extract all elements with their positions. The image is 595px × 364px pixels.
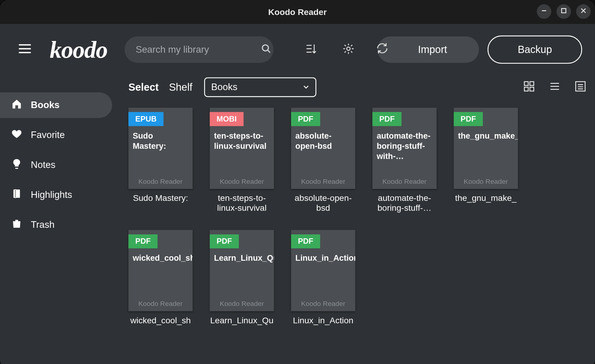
- book-cover[interactable]: PDFwicked_cool_shell_scriptsKoodo Reader: [128, 230, 192, 311]
- format-badge: PDF: [372, 112, 401, 126]
- book-cover[interactable]: EPUBSudo Mastery:Koodo Reader: [128, 108, 192, 189]
- search-box[interactable]: [125, 36, 274, 63]
- book-cover[interactable]: PDFLinux_in_ActionKoodo Reader: [291, 230, 355, 311]
- book-cover[interactable]: PDFabsolute-open-bsdKoodo Reader: [291, 108, 355, 189]
- sidebar-item-notes[interactable]: Notes: [0, 152, 112, 178]
- list-icon: [549, 86, 561, 93]
- search-input[interactable]: [135, 44, 254, 56]
- book-cover[interactable]: PDFthe_gnu_make_bookKoodo Reader: [454, 108, 518, 189]
- maximize-icon: [560, 7, 567, 16]
- minimize-button[interactable]: [537, 4, 552, 19]
- cover-footer: Koodo Reader: [372, 178, 436, 186]
- notes-icon: [11, 158, 22, 172]
- format-badge: EPUB: [128, 112, 163, 126]
- shelf-select[interactable]: Books: [204, 77, 317, 97]
- book-item: PDFthe_gnu_make_bookKoodo Readerthe_gnu_…: [454, 108, 518, 213]
- import-button[interactable]: Import: [378, 36, 479, 63]
- book-grid: EPUBSudo Mastery:Koodo ReaderSudo Master…: [128, 108, 586, 325]
- book-item: PDFLinux_in_ActionKoodo ReaderLinux_in_A…: [291, 230, 355, 325]
- close-icon: [580, 7, 587, 16]
- book-cover[interactable]: PDFautomate-the-boring-stuff-with-…Koodo…: [372, 108, 436, 189]
- sidebar: BooksFavoriteNotesHighlightsTrash: [0, 75, 120, 364]
- cover-footer: Koodo Reader: [291, 178, 355, 186]
- sidebar-item-books[interactable]: Books: [0, 92, 112, 118]
- book-item: PDFLearn_Linux_Quickly_handbookKoodo Rea…: [210, 230, 274, 325]
- sidebar-item-favorite[interactable]: Favorite: [0, 122, 112, 148]
- book-item: MOBIten-steps-to-linux-survivalKoodo Rea…: [210, 108, 274, 213]
- shelf-value: Books: [211, 82, 237, 93]
- sort-button[interactable]: [303, 42, 319, 57]
- svg-rect-16: [15, 189, 16, 198]
- minimize-icon: [541, 7, 548, 16]
- select-button[interactable]: Select: [128, 81, 159, 93]
- book-caption: the_gnu_make_: [454, 193, 518, 203]
- format-badge: PDF: [291, 234, 320, 248]
- toolbar: Select Shelf Books: [128, 75, 586, 99]
- svg-rect-19: [524, 87, 528, 91]
- shelf-label: Shelf: [169, 81, 192, 93]
- view-grid-button[interactable]: [523, 80, 535, 94]
- format-badge: PDF: [128, 234, 157, 248]
- sync-icon: [375, 41, 390, 58]
- cover-footer: Koodo Reader: [210, 300, 274, 308]
- book-caption: automate-the-boring-stuff-…: [372, 193, 436, 213]
- view-detail-button[interactable]: [574, 80, 586, 94]
- cover-footer: Koodo Reader: [291, 300, 355, 308]
- cover-footer: Koodo Reader: [128, 300, 192, 308]
- maximize-button[interactable]: [556, 4, 571, 19]
- backup-button[interactable]: Backup: [488, 36, 582, 64]
- app-body: koodo: [0, 24, 595, 364]
- book-cover[interactable]: PDFLearn_Linux_Quickly_handbookKoodo Rea…: [210, 230, 274, 311]
- search-icon: [261, 44, 271, 56]
- svg-rect-20: [530, 87, 534, 91]
- book-caption: ten-steps-to-linux-survival: [210, 193, 274, 213]
- cover-title: absolute-open-bsd: [291, 131, 355, 151]
- sidebar-item-highlights[interactable]: Highlights: [0, 182, 112, 208]
- cover-title: the_gnu_make_book: [454, 131, 518, 141]
- detail-icon: [574, 86, 586, 93]
- book-item: EPUBSudo Mastery:Koodo ReaderSudo Master…: [128, 108, 192, 213]
- cover-footer: Koodo Reader: [210, 178, 274, 186]
- highlights-icon: [11, 188, 22, 202]
- book-item: PDFabsolute-open-bsdKoodo Readerabsolute…: [291, 108, 355, 213]
- titlebar: Koodo Reader: [0, 0, 595, 24]
- sidebar-item-trash[interactable]: Trash: [0, 212, 112, 238]
- settings-button[interactable]: [341, 42, 356, 57]
- svg-point-13: [347, 47, 350, 50]
- gear-icon: [342, 42, 355, 57]
- svg-rect-1: [562, 9, 566, 13]
- book-caption: wicked_cool_sh: [128, 316, 192, 325]
- cover-title: Sudo Mastery:: [128, 131, 192, 151]
- grid-icon: [523, 86, 535, 93]
- app-window: Koodo Reader koodo: [0, 0, 595, 364]
- cover-title: Learn_Linux_Quickly_handbook: [210, 253, 274, 263]
- book-item: PDFwicked_cool_shell_scriptsKoodo Reader…: [128, 230, 192, 325]
- cover-title: automate-the-boring-stuff-with-…: [372, 131, 436, 161]
- svg-line-8: [268, 50, 270, 53]
- book-item: PDFautomate-the-boring-stuff-with-…Koodo…: [372, 108, 436, 213]
- sidebar-item-label: Trash: [31, 219, 55, 230]
- books-icon: [11, 98, 22, 112]
- format-badge: MOBI: [210, 112, 244, 126]
- trash-icon: [11, 218, 22, 232]
- book-caption: Sudo Mastery:: [128, 193, 192, 203]
- window-title: Koodo Reader: [268, 7, 327, 17]
- cover-footer: Koodo Reader: [454, 178, 518, 186]
- backup-label: Backup: [518, 44, 552, 56]
- svg-rect-17: [524, 82, 528, 86]
- sidebar-item-label: Books: [31, 100, 60, 111]
- svg-rect-15: [13, 189, 20, 198]
- hamburger-icon: [17, 51, 32, 58]
- book-caption: absolute-open-bsd: [291, 193, 355, 213]
- header: koodo: [0, 24, 595, 75]
- app-logo: koodo: [50, 36, 108, 63]
- close-button[interactable]: [576, 4, 591, 19]
- menu-button[interactable]: [17, 41, 32, 58]
- book-cover[interactable]: MOBIten-steps-to-linux-survivalKoodo Rea…: [210, 108, 274, 189]
- view-list-button[interactable]: [549, 80, 561, 94]
- sidebar-item-label: Favorite: [31, 130, 65, 141]
- sort-icon: [305, 42, 318, 57]
- import-label: Import: [418, 44, 447, 56]
- content-area: Select Shelf Books: [120, 75, 595, 364]
- window-controls: [537, 4, 591, 19]
